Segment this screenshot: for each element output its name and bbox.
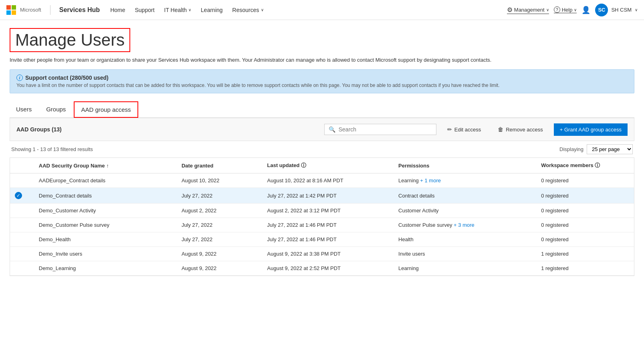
row-last-updated: August 9, 2022 at 2:52 PM PDT — [262, 261, 394, 276]
row-checkbox-cell[interactable] — [10, 261, 34, 276]
remove-access-button[interactable]: 🗑 Remove access — [492, 123, 549, 136]
help-icon: ? — [554, 6, 560, 13]
table-row[interactable]: ✓Demo_Contract detailsJuly 27, 2022July … — [10, 188, 634, 204]
grant-aad-group-access-button[interactable]: + Grant AAD group access — [554, 123, 628, 136]
info-icon: i — [16, 75, 23, 81]
row-checkbox-cell[interactable] — [10, 204, 34, 218]
row-permissions: Customer Activity — [394, 204, 536, 218]
user-menu[interactable]: SC SH CSM ∨ — [595, 4, 638, 16]
results-info-row: Showing 1 - 13 of 13 filtered results Di… — [10, 141, 634, 158]
aad-groups-count: AAD Groups (13) — [16, 126, 319, 133]
row-permissions: Learning + 1 more — [394, 173, 536, 188]
help-menu[interactable]: ? Help ∨ — [554, 6, 577, 13]
row-name: Demo_Health — [34, 232, 177, 247]
row-workspace-members: 0 registered — [536, 188, 634, 204]
ithealth-chevron-icon: ∨ — [188, 8, 191, 12]
row-workspace-members: 0 registered — [536, 218, 634, 232]
row-name: AADEurope_Contract details — [34, 173, 177, 188]
row-date-granted: August 2, 2022 — [177, 204, 262, 218]
row-checkbox-cell[interactable] — [10, 232, 34, 247]
row-date-granted: August 10, 2022 — [177, 173, 262, 188]
row-name: Demo_Customer Pulse survey — [34, 218, 177, 232]
row-date-granted: July 27, 2022 — [177, 188, 262, 204]
edit-access-button[interactable]: ✏ Edit access — [441, 123, 487, 136]
row-workspace-members: 1 registered — [536, 261, 634, 276]
table-row[interactable]: Demo_HealthJuly 27, 2022July 27, 2022 at… — [10, 232, 634, 247]
col-header-last-updated[interactable]: Last updated ⓘ — [262, 158, 394, 173]
logo-blue — [6, 10, 11, 15]
page-title: Manage Users — [10, 28, 130, 52]
main-nav: Home Support IT Health ∨ Learning Resour… — [106, 4, 507, 16]
table-row[interactable]: Demo_Customer Pulse surveyJuly 27, 2022J… — [10, 218, 634, 232]
row-name: Demo_Contract details — [34, 188, 177, 204]
logo-area: Microsoft Services Hub — [6, 5, 100, 15]
search-icon: 🔍 — [329, 126, 335, 133]
header-right: ⚙ Management ∨ ? Help ∨ 👤 SC SH CSM ∨ — [507, 4, 638, 16]
row-date-granted: August 9, 2022 — [177, 261, 262, 276]
row-permissions: Contract details — [394, 188, 536, 204]
row-permissions: Invite users — [394, 247, 536, 261]
table-row[interactable]: AADEurope_Contract detailsAugust 10, 202… — [10, 173, 634, 188]
row-last-updated: July 27, 2022 at 1:46 PM PDT — [262, 218, 394, 232]
help-chevron-icon: ∨ — [574, 8, 577, 12]
row-name: Demo_Invite users — [34, 247, 177, 261]
row-workspace-members: 0 registered — [536, 232, 634, 247]
microsoft-label: Microsoft — [20, 7, 41, 13]
search-box[interactable]: 🔍 — [324, 124, 436, 135]
trash-icon: 🗑 — [498, 126, 503, 133]
search-input[interactable] — [339, 126, 432, 133]
table-body: AADEurope_Contract detailsAugust 10, 202… — [10, 173, 634, 276]
nav-learning[interactable]: Learning — [197, 4, 227, 16]
per-page-select[interactable]: 25 per page 50 per page 100 per page — [587, 144, 633, 154]
logo-green — [12, 5, 16, 10]
table-row[interactable]: Demo_Invite usersAugust 9, 2022August 9,… — [10, 247, 634, 261]
header: Microsoft Services Hub Home Support IT H… — [0, 0, 644, 20]
row-permissions: Health — [394, 232, 536, 247]
row-permissions: Learning — [394, 261, 536, 276]
row-date-granted: July 27, 2022 — [177, 232, 262, 247]
support-banner-text: You have a limit on the number of suppor… — [16, 83, 628, 88]
row-date-granted: July 27, 2022 — [177, 218, 262, 232]
tab-users[interactable]: Users — [10, 102, 38, 117]
header-divider — [50, 5, 50, 15]
gear-icon: ⚙ — [507, 6, 513, 14]
user-chevron-icon: ∨ — [635, 8, 638, 12]
col-header-checkbox — [10, 158, 34, 173]
permissions-extra-link[interactable]: + 3 more — [454, 222, 474, 228]
nav-home[interactable]: Home — [106, 4, 129, 16]
row-checkbox-cell[interactable] — [10, 247, 34, 261]
nav-resources[interactable]: Resources ∨ — [228, 4, 268, 16]
page-content: Manage Users Invite other people from yo… — [0, 20, 644, 286]
permissions-extra-link[interactable]: + 1 more — [420, 177, 441, 184]
col-header-name[interactable]: AAD Security Group Name ↑ — [34, 158, 177, 173]
row-checkbox-cell[interactable] — [10, 218, 34, 232]
row-name: Demo_Customer Activity — [34, 204, 177, 218]
logo-yellow — [12, 10, 16, 15]
col-header-workspace-members[interactable]: Workspace members ⓘ — [536, 158, 634, 173]
row-permissions: Customer Pulse survey + 3 more — [394, 218, 536, 232]
row-last-updated: August 2, 2022 at 3:12 PM PDT — [262, 204, 394, 218]
tab-groups[interactable]: Groups — [40, 102, 72, 117]
page-subtitle: Invite other people from your team or or… — [10, 57, 531, 63]
row-checkbox-cell[interactable] — [10, 173, 34, 188]
nav-ithealth[interactable]: IT Health ∨ — [160, 4, 196, 16]
table-row[interactable]: Demo_LearningAugust 9, 2022August 9, 202… — [10, 261, 634, 276]
notifications-icon[interactable]: 👤 — [581, 6, 590, 14]
results-count: Showing 1 - 13 of 13 filtered results — [11, 146, 93, 152]
brand-name[interactable]: Services Hub — [59, 6, 100, 14]
row-date-granted: August 9, 2022 — [177, 247, 262, 261]
row-checkbox-cell[interactable]: ✓ — [10, 188, 34, 204]
tab-aad-group-access[interactable]: AAD group access — [74, 101, 138, 118]
row-workspace-members: 0 registered — [536, 173, 634, 188]
aad-groups-table: AAD Security Group Name ↑ Date granted L… — [10, 158, 634, 276]
checkbox-checked-icon: ✓ — [15, 192, 22, 199]
management-menu[interactable]: ⚙ Management ∨ — [507, 6, 549, 14]
nav-support[interactable]: Support — [131, 4, 158, 16]
table-row[interactable]: Demo_Customer ActivityAugust 2, 2022Augu… — [10, 204, 634, 218]
support-banner: i Support contact (280/500 used) You hav… — [10, 69, 634, 93]
row-name: Demo_Learning — [34, 261, 177, 276]
avatar: SC — [595, 4, 608, 16]
col-header-permissions[interactable]: Permissions — [394, 158, 536, 173]
col-header-date-granted[interactable]: Date granted — [177, 158, 262, 173]
table-header: AAD Security Group Name ↑ Date granted L… — [10, 158, 634, 173]
